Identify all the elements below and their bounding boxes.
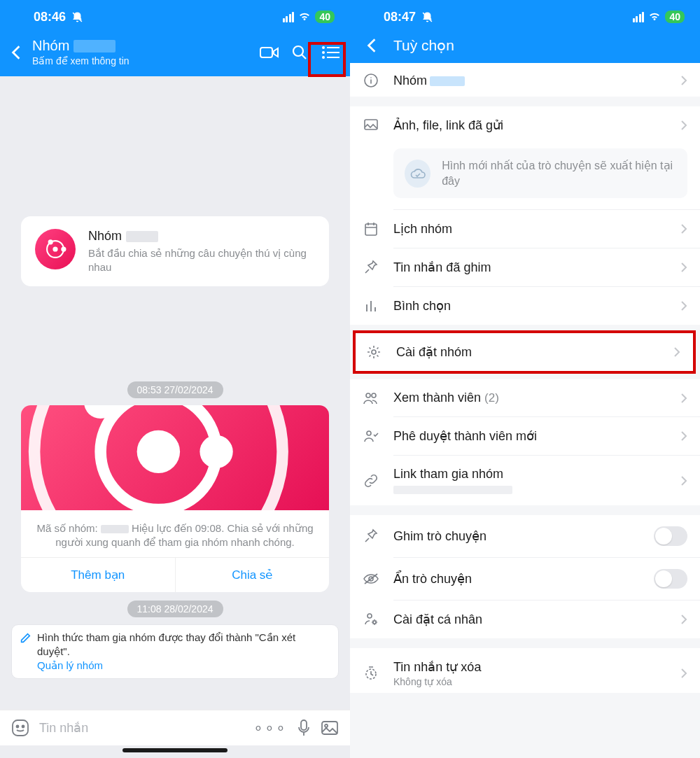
home-indicator (122, 748, 227, 752)
sticker-button[interactable] (11, 719, 29, 737)
media-icon (363, 118, 379, 132)
gallery-button[interactable] (321, 720, 339, 736)
search-button[interactable] (290, 43, 309, 62)
svg-point-29 (366, 393, 370, 398)
chevron-right-icon (680, 430, 687, 442)
intro-description: Bắt đầu chia sẻ những câu chuyện thú vị … (88, 246, 315, 274)
timestamp: 11:08 28/02/2024 (127, 601, 223, 617)
row-calendar[interactable]: Lịch nhóm (350, 210, 700, 248)
back-button[interactable] (7, 43, 25, 62)
chevron-right-icon (680, 223, 687, 234)
link-redaction (393, 486, 512, 494)
battery-pill: 40 (315, 10, 335, 23)
video-call-button[interactable] (259, 43, 279, 62)
hide-chat-toggle[interactable] (654, 569, 687, 589)
svg-point-20 (22, 726, 24, 728)
battery-pill: 40 (665, 10, 685, 23)
timestamp: 08:53 27/02/2024 (127, 381, 223, 398)
signal-icon (633, 12, 645, 22)
row-group-settings[interactable]: Cài đặt nhóm (356, 333, 693, 371)
add-friend-button[interactable]: Thêm bạn (21, 558, 175, 592)
svg-rect-21 (301, 720, 307, 730)
svg-point-12 (49, 240, 52, 244)
share-button[interactable]: Chia sẻ (175, 558, 330, 592)
mute-icon (421, 11, 433, 23)
more-button[interactable]: ∘∘∘ (253, 719, 287, 737)
wifi-icon (298, 12, 311, 22)
cloud-icon (405, 160, 430, 188)
row-hide-chat[interactable]: Ẩn trò chuyện (350, 558, 700, 600)
svg-point-7 (322, 56, 325, 59)
chevron-right-icon (680, 668, 687, 679)
svg-point-31 (367, 431, 371, 435)
svg-point-15 (137, 430, 180, 473)
chevron-right-icon (680, 262, 687, 273)
status-time: 08:46 (34, 10, 66, 24)
pin-icon (363, 528, 379, 544)
svg-rect-8 (327, 57, 340, 58)
members-icon (363, 391, 379, 405)
manage-group-link[interactable]: Quản lý nhóm (37, 659, 331, 673)
chevron-right-icon (680, 120, 687, 131)
svg-point-10 (53, 247, 57, 251)
chevron-right-icon (680, 75, 687, 86)
link-icon (363, 473, 379, 489)
svg-point-30 (372, 393, 376, 398)
info-icon (363, 73, 379, 88)
status-bar: 08:47 40 (350, 0, 700, 34)
wifi-icon (648, 12, 661, 22)
options-title: Tuỳ chọn (393, 37, 454, 54)
svg-rect-26 (365, 120, 377, 129)
svg-rect-6 (327, 52, 340, 53)
svg-point-28 (372, 350, 376, 354)
svg-point-23 (325, 724, 328, 727)
system-message: Hình thức tham gia nhóm được thay đổi th… (11, 624, 339, 680)
pin-icon (363, 260, 379, 275)
svg-rect-1 (260, 48, 272, 57)
svg-point-5 (322, 51, 325, 54)
mute-icon (71, 11, 83, 23)
svg-point-19 (17, 726, 19, 728)
group-intro-card: Nhóm Bắt đầu chia sẻ những câu chuyện th… (21, 216, 329, 286)
status-time: 08:47 (384, 10, 416, 24)
svg-point-16 (200, 435, 232, 468)
pin-chat-toggle[interactable] (654, 526, 687, 546)
svg-rect-18 (13, 720, 28, 736)
calendar-icon (363, 221, 379, 237)
menu-button[interactable] (321, 43, 340, 62)
row-auto-delete[interactable]: Tin nhắn tự xóa Không tự xóa (350, 648, 700, 693)
group-avatar (35, 229, 76, 269)
invite-card-image (21, 405, 329, 510)
row-approve-members[interactable]: Phê duyệt thành viên mới (350, 417, 700, 455)
approve-icon (363, 429, 379, 443)
row-media[interactable]: Ảnh, file, link đã gửi (350, 106, 700, 144)
row-group-name[interactable]: Nhóm (350, 63, 700, 97)
media-hint: Hình mới nhất của trò chuyện sẽ xuất hiệ… (393, 148, 687, 198)
chevron-right-icon (680, 614, 687, 625)
row-poll[interactable]: Bình chọn (350, 287, 700, 325)
title-redaction (74, 40, 115, 52)
message-composer: Tin nhắn ∘∘∘ (0, 710, 350, 745)
invite-card-text: Mã số nhóm: Hiệu lực đến 09:08. Chia sẻ … (21, 510, 329, 557)
chevron-right-icon (680, 393, 687, 404)
row-invite-link[interactable]: Link tham gia nhóm (350, 456, 700, 505)
back-button[interactable] (363, 36, 381, 55)
invite-card: Mã số nhóm: Hiệu lực đến 09:08. Chia sẻ … (21, 405, 329, 592)
chat-subtitle[interactable]: Bấm để xem thông tin (32, 55, 255, 66)
edit-icon (19, 632, 31, 645)
row-personal-settings[interactable]: Cài đặt cá nhân (350, 601, 700, 638)
signal-icon (283, 12, 295, 22)
message-input[interactable]: Tin nhắn (39, 720, 244, 736)
svg-point-35 (373, 621, 376, 624)
status-bar: 08:46 40 (0, 0, 350, 34)
poll-icon (363, 299, 379, 313)
settings-highlight-box: Cài đặt nhóm (353, 330, 696, 374)
chevron-right-icon (680, 475, 687, 486)
voice-button[interactable] (297, 719, 311, 737)
chat-title[interactable]: Nhóm (32, 38, 69, 54)
row-pin-chat[interactable]: Ghim trò chuyện (350, 515, 700, 557)
row-pinned-messages[interactable]: Tin nhắn đã ghim (350, 248, 700, 286)
row-view-members[interactable]: Xem thành viên (2) (350, 379, 700, 416)
gear-icon (365, 344, 382, 360)
svg-point-34 (368, 614, 372, 618)
